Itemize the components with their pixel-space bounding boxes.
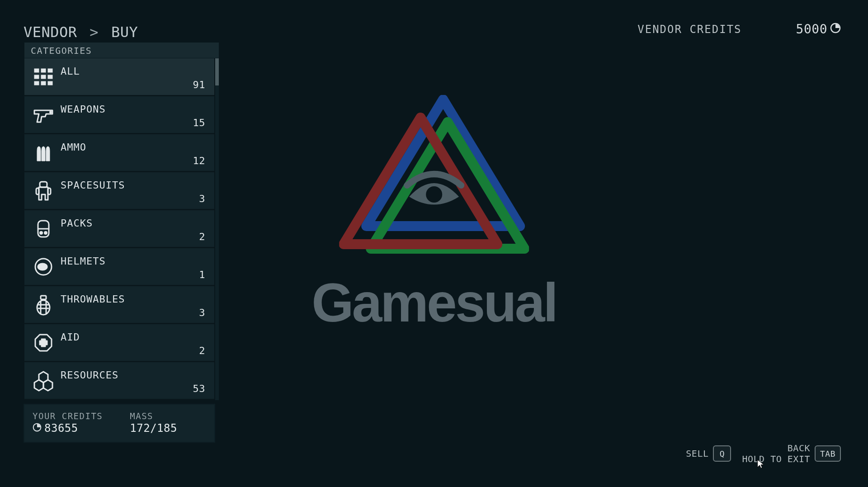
ammo-icon — [30, 141, 57, 165]
svg-rect-1 — [34, 69, 39, 72]
vendor-credits-label: VENDOR CREDITS — [637, 23, 741, 36]
svg-rect-13 — [48, 188, 51, 194]
category-spacesuits[interactable]: SPACESUITS 3 — [24, 172, 214, 210]
category-count: 53 — [193, 383, 206, 394]
svg-rect-6 — [48, 75, 52, 79]
pistol-icon — [30, 103, 57, 127]
categories-header: CATEGORIES — [24, 43, 219, 58]
category-count: 1 — [199, 269, 205, 280]
stat-credits-value: 83655 — [33, 422, 103, 435]
svg-rect-20 — [41, 296, 46, 299]
svg-rect-2 — [41, 69, 46, 72]
scrollbar-thumb[interactable] — [215, 58, 219, 85]
triangle-eye-icon — [339, 95, 529, 267]
stat-mass-value: 172/185 — [130, 422, 177, 435]
hint-sell[interactable]: SELL Q — [686, 445, 731, 462]
category-aid[interactable]: AID 2 — [24, 324, 214, 362]
grid-icon — [30, 65, 57, 89]
grenade-icon — [30, 293, 57, 317]
category-label: WEAPONS — [61, 104, 106, 115]
category-count: 15 — [193, 117, 206, 128]
svg-point-16 — [40, 232, 42, 234]
watermark-text: Gamesual — [311, 271, 557, 334]
svg-rect-3 — [48, 69, 52, 72]
category-panel: CATEGORIES ALL 91 — [24, 43, 219, 442]
category-list: ALL 91 WEAPONS 15 AMMO — [24, 58, 219, 400]
stat-credits-label: YOUR CREDITS — [33, 411, 103, 421]
svg-rect-9 — [48, 81, 52, 85]
hint-hold-label: HOLD TO EXIT — [742, 454, 810, 464]
category-label: ALL — [61, 66, 80, 77]
category-resources[interactable]: RESOURCES 53 — [24, 362, 214, 400]
hint-back-labels: BACK HOLD TO EXIT — [742, 443, 810, 464]
pack-icon — [30, 217, 57, 241]
breadcrumb-vendor: VENDOR — [24, 24, 77, 41]
svg-point-34 — [426, 186, 442, 203]
spacesuit-icon — [30, 179, 57, 203]
svg-rect-11 — [40, 182, 47, 187]
svg-rect-5 — [41, 75, 46, 79]
key-tab: TAB — [815, 445, 841, 462]
scrollbar[interactable] — [215, 58, 219, 400]
key-q: Q — [713, 445, 731, 462]
vendor-credits: VENDOR CREDITS 5000 — [637, 22, 841, 37]
breadcrumb-buy: BUY — [111, 24, 138, 41]
credits-icon — [33, 422, 42, 435]
breadcrumb-separator: > — [90, 24, 99, 41]
category-label: AMMO — [61, 142, 86, 153]
helmet-icon — [30, 255, 57, 279]
svg-marker-32 — [371, 122, 524, 249]
svg-point-17 — [45, 232, 47, 234]
svg-marker-28 — [34, 380, 43, 391]
category-label: SPACESUITS — [61, 180, 125, 191]
category-label: AID — [61, 331, 80, 343]
credits-icon — [830, 22, 841, 37]
cursor-icon — [756, 459, 766, 469]
category-label: THROWABLES — [61, 293, 125, 305]
category-count: 2 — [199, 345, 205, 356]
category-count: 2 — [199, 231, 205, 242]
hint-back-label: BACK — [788, 443, 810, 454]
category-label: RESOURCES — [61, 369, 118, 381]
vendor-credits-value: 5000 — [796, 22, 827, 37]
aid-icon — [30, 331, 57, 355]
svg-point-10 — [50, 112, 52, 113]
svg-rect-4 — [34, 75, 39, 79]
category-count: 91 — [193, 79, 206, 90]
hint-sell-label: SELL — [686, 448, 708, 459]
stat-mass: MASS 172/185 — [130, 411, 177, 435]
player-stats: YOUR CREDITS 83655 MASS 172/185 — [24, 405, 214, 442]
svg-rect-12 — [36, 188, 39, 194]
resources-icon — [30, 369, 57, 393]
category-ammo[interactable]: AMMO 12 — [24, 134, 214, 172]
category-label: HELMETS — [61, 255, 106, 267]
watermark-logo: Gamesual — [311, 95, 557, 334]
category-helmets[interactable]: HELMETS 1 — [24, 248, 214, 286]
svg-marker-33 — [344, 118, 497, 244]
category-count: 3 — [199, 193, 205, 204]
svg-rect-7 — [34, 81, 39, 85]
category-all[interactable]: ALL 91 — [24, 58, 214, 96]
stat-credits: YOUR CREDITS 83655 — [33, 411, 103, 435]
category-label: PACKS — [61, 217, 93, 229]
category-weapons[interactable]: WEAPONS 15 — [24, 96, 214, 134]
vendor-credits-amount: 5000 — [796, 22, 841, 37]
svg-point-21 — [37, 300, 50, 315]
breadcrumb: VENDOR > BUY — [24, 24, 138, 41]
svg-marker-31 — [366, 99, 520, 226]
svg-rect-8 — [41, 81, 46, 85]
svg-point-19 — [38, 264, 47, 270]
category-count: 3 — [199, 307, 205, 318]
svg-marker-29 — [43, 380, 52, 391]
category-throwables[interactable]: THROWABLES 3 — [24, 286, 214, 324]
category-count: 12 — [193, 155, 206, 166]
category-packs[interactable]: PACKS 2 — [24, 210, 214, 248]
stat-mass-label: MASS — [130, 411, 177, 421]
